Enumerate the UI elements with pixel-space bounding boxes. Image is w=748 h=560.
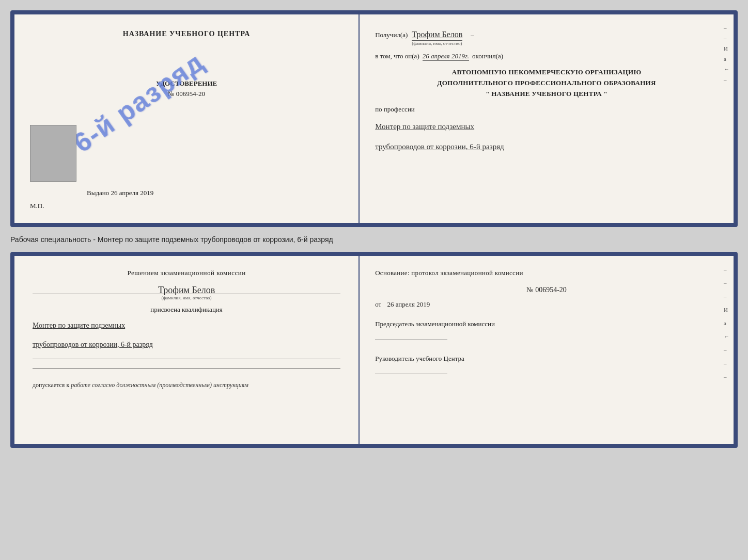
okonchil-label: окончил(а) <box>472 52 503 60</box>
dopuskaetsya-block: допускается к работе согласно должностны… <box>33 381 340 389</box>
vtom-line: в том, что он(а) 26 апреля 2019г. окончи… <box>375 52 718 61</box>
org-block: АВТОНОМНУЮ НЕКОММЕРЧЕСКУЮ ОРГАНИЗАЦИЮ ДО… <box>375 67 718 99</box>
rukovoditel-sign-line <box>375 374 447 374</box>
org-line3: " НАЗВАНИЕ УЧЕБНОГО ЦЕНТРА " <box>375 89 718 100</box>
dopuskaetsya-value: работе согласно должностным (производств… <box>71 381 248 389</box>
prof-line1: Монтер по защите подземных <box>375 120 718 134</box>
page-wrapper: НАЗВАНИЕ УЧЕБНОГО ЦЕНТРА 6-й разряд УДОС… <box>10 10 738 448</box>
recipient-name: Трофим Белов <box>412 30 462 41</box>
dopuskaetsya-label: допускается к <box>33 381 69 389</box>
kvalif-line1: Монтер по защите подземных <box>33 319 340 333</box>
certificate-top: НАЗВАНИЕ УЧЕБНОГО ЦЕНТРА 6-й разряд УДОС… <box>10 10 738 227</box>
left-title: НАЗВАНИЕ УЧЕБНОГО ЦЕНТРА <box>123 30 250 38</box>
protocol-number: № 006954-20 <box>375 286 718 294</box>
dash-after-name: – <box>471 31 474 39</box>
cert-bottom-right: Основание: протокол экзаменационной коми… <box>360 256 734 444</box>
org-line1: АВТОНОМНУЮ НЕКОММЕРЧЕСКУЮ ОРГАНИЗАЦИЮ <box>375 67 718 78</box>
cert-right: Получил(а) Трофим Белов (фамилия, имя, о… <box>360 14 734 223</box>
completion-date: 26 апреля 2019г. <box>423 52 469 61</box>
rukovoditel-label: Руководитель учебного Центра <box>375 354 718 364</box>
ot-line: от 26 апреля 2019 <box>375 300 718 309</box>
right-edge-lines-bottom: – – – И а ← – – – <box>724 266 729 380</box>
ot-date: 26 апреля 2019 <box>387 300 430 308</box>
fio-sub-label-top: (фамилия, имя, отчество) <box>412 41 462 46</box>
right-edge-lines: – – И а ← – <box>724 25 729 83</box>
kvalif-line2: трубопроводов от коррозии, 6-й разряд <box>33 338 340 352</box>
cert-left: НАЗВАНИЕ УЧЕБНОГО ЦЕНТРА 6-й разряд УДОС… <box>14 14 360 223</box>
middle-text: Рабочая специальность - Монтер по защите… <box>10 233 738 246</box>
vtom-label: в том, что он(а) <box>375 52 419 60</box>
photo-placeholder <box>30 125 76 182</box>
prof-line2: трубопроводов от коррозии, 6-й разряд <box>375 140 718 154</box>
cert-bottom-left: Решением экзаменационной комиссии Трофим… <box>14 256 360 444</box>
vydano-line: Выдано 26 апреля 2019 <box>87 189 153 197</box>
ot-label: от <box>375 300 381 308</box>
vydano-date: 26 апреля 2019 <box>111 189 154 197</box>
predsedatel-block: Председатель экзаменационной комиссии <box>375 319 718 342</box>
udost-number: № 006954-20 <box>168 90 205 98</box>
stamp-diagonal: 6-й разряд <box>66 30 211 174</box>
org-line2: ДОПОЛНИТЕЛЬНОГО ПРОФЕССИОНАЛЬНОГО ОБРАЗО… <box>375 78 718 89</box>
poluchil-line: Получил(а) Трофим Белов (фамилия, имя, о… <box>375 30 718 46</box>
resheniyem-text: Решением экзаменационной комиссии <box>33 269 340 277</box>
stamp-text: 6-й разряд <box>67 46 209 158</box>
udost-label: УДОСТОВЕРЕНИЕ <box>156 79 217 88</box>
rukovoditel-block: Руководитель учебного Центра <box>375 354 718 377</box>
poluchil-label: Получил(а) <box>375 31 408 39</box>
osnovanie-text: Основание: протокол экзаменационной коми… <box>375 269 718 277</box>
bottom-person-block: Трофим Белов (фамилия, имя, отчество) <box>33 282 340 300</box>
predsedatel-sign-line <box>375 340 447 340</box>
certificate-bottom: Решением экзаменационной комиссии Трофим… <box>10 252 738 448</box>
vydano-label: Выдано <box>87 189 109 197</box>
predsedatel-label: Председатель экзаменационной комиссии <box>375 319 718 329</box>
po-professii: по профессии <box>375 105 718 114</box>
prisvoena-text: присвоена квалификация <box>33 306 340 314</box>
mp-label: М.П. <box>30 202 44 210</box>
